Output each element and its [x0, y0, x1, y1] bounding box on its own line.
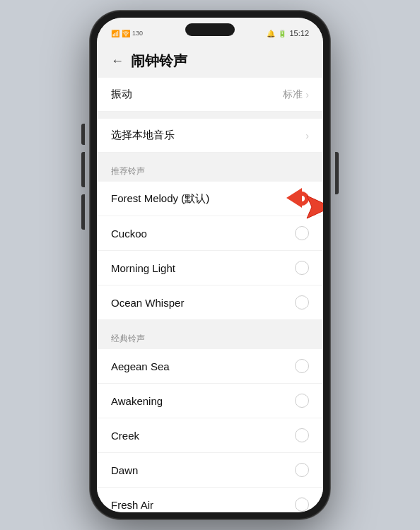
ringtone-item-morning-light[interactable]: Morning Light	[97, 251, 323, 285]
signal-text: 130	[132, 30, 143, 37]
status-bar: 📶 🛜 130 🔔 🔋 15:12	[97, 18, 323, 43]
radio-forest-melody[interactable]	[295, 192, 309, 206]
radio-morning-light[interactable]	[295, 261, 309, 275]
ringtone-item-dawn[interactable]: Dawn	[97, 453, 323, 488]
ringtone-item-ocean-whisper[interactable]: Ocean Whisper	[97, 285, 323, 320]
battery-icon: 🔋	[278, 30, 286, 37]
ringtone-item-aegean-sea[interactable]: Aegean Sea	[97, 349, 323, 384]
radio-aegean-sea[interactable]	[295, 359, 309, 373]
radio-awakening[interactable]	[295, 394, 309, 408]
ringtone-label-ocean-whisper: Ocean Whisper	[111, 297, 184, 309]
ringtone-label-forest-melody: Forest Melody (默认)	[111, 192, 209, 206]
local-music-row[interactable]: 选择本地音乐 ›	[97, 119, 323, 153]
radio-creek[interactable]	[295, 428, 309, 442]
ringtone-item-cuckoo[interactable]: Cuckoo	[97, 216, 323, 251]
volume-up-button[interactable]	[81, 152, 85, 187]
ringtone-label-creek: Creek	[111, 430, 139, 442]
vibrate-section: 振动 标准 ›	[97, 78, 323, 112]
power-button[interactable]	[335, 152, 339, 194]
gap-3	[97, 320, 323, 327]
radio-cuckoo[interactable]	[295, 226, 309, 240]
ringtone-label-morning-light: Morning Light	[111, 262, 175, 274]
ringtone-label-fresh-air: Fresh Air	[111, 499, 153, 511]
radio-ocean-whisper[interactable]	[295, 295, 309, 310]
gap-1	[97, 112, 323, 119]
classic-list: Aegean Sea Awakening Creek Dawn	[97, 349, 323, 512]
classic-header: 经典铃声	[97, 327, 323, 349]
recommended-list: Forest Melody (默认) Cuckoo Morning Light	[97, 182, 323, 320]
ringtone-label-aegean-sea: Aegean Sea	[111, 360, 170, 372]
mute-button[interactable]	[81, 124, 85, 145]
ringtone-label-awakening: Awakening	[111, 395, 163, 407]
back-button[interactable]: ←	[111, 54, 124, 69]
gap-2	[97, 153, 323, 160]
ringtone-label-cuckoo: Cuckoo	[111, 228, 147, 240]
vibrate-value: 标准 ›	[283, 88, 309, 101]
local-music-label: 选择本地音乐	[111, 129, 175, 142]
vibrate-label: 振动	[111, 88, 132, 101]
volume-down-button[interactable]	[81, 194, 85, 230]
ringtone-item-fresh-air[interactable]: Fresh Air	[97, 488, 323, 512]
radio-fresh-air[interactable]	[295, 497, 309, 512]
screen-content: ← 闹钟铃声 振动 标准 › 选择本地音乐 ›	[97, 43, 323, 512]
ringtone-item-awakening[interactable]: Awakening	[97, 384, 323, 418]
ringtone-item-creek[interactable]: Creek	[97, 418, 323, 453]
wifi-icon: 🛜	[122, 30, 130, 37]
bell-icon: 🔔	[267, 30, 275, 37]
phone-frame: 📶 🛜 130 🔔 🔋 15:12 ← 闹钟铃声 振动	[90, 11, 330, 519]
recommended-header: 推荐铃声	[97, 160, 323, 182]
radio-dawn[interactable]	[295, 463, 309, 477]
page-title: 闹钟铃声	[131, 52, 187, 71]
vibrate-row[interactable]: 振动 标准 ›	[97, 78, 323, 112]
page-header: ← 闹钟铃声	[97, 43, 323, 78]
status-bar-right: 🔔 🔋 15:12	[267, 29, 309, 37]
time-display: 15:12	[289, 29, 309, 37]
local-music-section: 选择本地音乐 ›	[97, 119, 323, 153]
phone-screen: 📶 🛜 130 🔔 🔋 15:12 ← 闹钟铃声 振动	[97, 18, 323, 512]
camera-pill	[185, 23, 235, 36]
status-bar-left: 📶 🛜 130	[111, 30, 143, 37]
ringtone-item-forest-melody[interactable]: Forest Melody (默认)	[97, 182, 323, 216]
vibrate-chevron: ›	[305, 89, 309, 100]
local-music-chevron: ›	[305, 130, 309, 141]
ringtone-label-dawn: Dawn	[111, 464, 138, 476]
signal-icon: 📶	[111, 30, 119, 37]
